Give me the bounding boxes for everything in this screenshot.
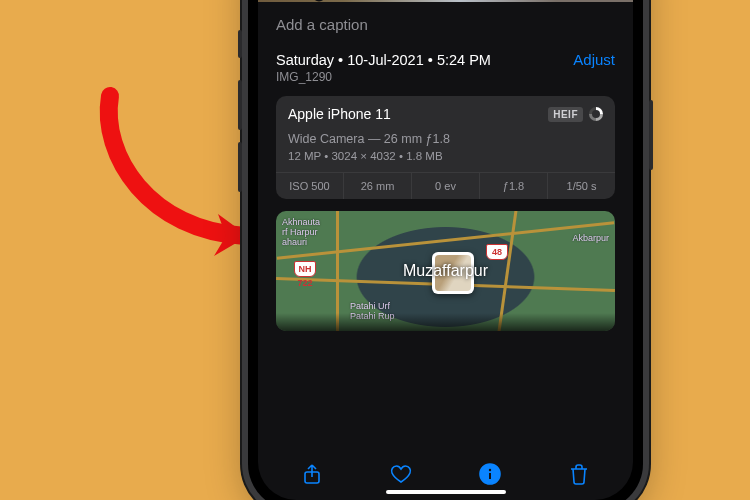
home-indicator[interactable] (386, 490, 506, 494)
info-icon[interactable] (476, 460, 504, 488)
capture-datetime: Saturday • 10-Jul-2021 • 5:24 PM (276, 52, 491, 68)
filename: IMG_1290 (276, 70, 491, 84)
image-spec: 12 MP • 3024 × 4032 • 1.8 MB (276, 148, 615, 172)
lens-icon (589, 107, 603, 121)
screen: Add a caption Saturday • 10-Jul-2021 • 5… (258, 0, 633, 500)
svg-point-2 (489, 469, 491, 471)
iphone-frame: Add a caption Saturday • 10-Jul-2021 • 5… (248, 0, 643, 500)
map-city-label: Muzaffarpur (403, 262, 488, 280)
share-icon[interactable] (298, 460, 326, 488)
svg-rect-3 (489, 473, 491, 479)
route-shield: 48 (486, 244, 508, 260)
exif-aperture: ƒ1.8 (480, 173, 548, 199)
exif-shutter: 1/50 s (548, 173, 615, 199)
camera-metadata-card: Apple iPhone 11 HEIF Wide Camera — 26 mm… (276, 96, 615, 199)
location-map[interactable]: NH 722 48 Akhnauta rf Harpur ahauri Akba… (276, 211, 615, 331)
trash-icon[interactable] (565, 460, 593, 488)
exif-focal: 26 mm (344, 173, 412, 199)
exif-ev: 0 ev (412, 173, 480, 199)
adjust-button[interactable]: Adjust (573, 51, 615, 68)
map-place-label: Akhnauta rf Harpur ahauri (282, 217, 320, 247)
exif-row: ISO 500 26 mm 0 ev ƒ1.8 1/50 s (276, 172, 615, 199)
map-place-label: Akbarpur (572, 233, 609, 243)
caption-field[interactable]: Add a caption (258, 2, 633, 51)
exif-iso: ISO 500 (276, 173, 344, 199)
route-shield: NH 722 (294, 261, 316, 277)
format-badge: HEIF (548, 107, 583, 122)
device-model: Apple iPhone 11 (288, 106, 391, 122)
photo-preview[interactable] (258, 0, 633, 2)
lens-spec: Wide Camera — 26 mm ƒ1.8 (276, 126, 615, 148)
heart-icon[interactable] (387, 460, 415, 488)
